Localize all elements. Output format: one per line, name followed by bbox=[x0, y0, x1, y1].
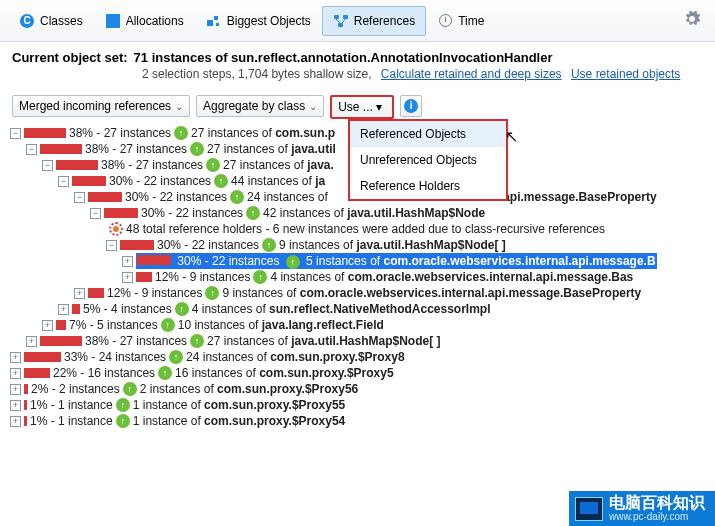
expand-icon[interactable]: + bbox=[74, 288, 85, 299]
combo-use[interactable]: Use ... ▾ bbox=[330, 95, 394, 119]
object-set-header: Current object set: 71 instances of sun.… bbox=[0, 42, 715, 85]
tab-references[interactable]: References bbox=[322, 6, 426, 36]
menu-item-referenced[interactable]: Referenced Objects bbox=[350, 121, 506, 147]
tab-allocations[interactable]: Allocations bbox=[94, 6, 195, 36]
tree-row: + 33% - 24 instances ↑ 24 instances of c… bbox=[10, 349, 711, 365]
selection-summary: 2 selection steps, 1,704 bytes shallow s… bbox=[142, 67, 371, 81]
recursive-icon bbox=[109, 222, 123, 236]
expand-icon[interactable]: + bbox=[58, 304, 69, 315]
tree-row: + 7% - 5 instances ↑ 10 instances of jav… bbox=[10, 317, 711, 333]
expand-icon[interactable]: + bbox=[26, 336, 37, 347]
svg-line-7 bbox=[342, 19, 345, 23]
tab-label: References bbox=[354, 14, 415, 28]
svg-rect-5 bbox=[338, 23, 343, 27]
menu-item-unreferenced[interactable]: Unreferenced Objects bbox=[350, 147, 506, 173]
watermark: 电脑百科知识 www.pc-daily.com bbox=[569, 491, 715, 526]
collapse-icon[interactable]: − bbox=[58, 176, 69, 187]
use-dropdown-menu: Referenced Objects Unreferenced Objects … bbox=[348, 119, 508, 201]
tree-row: + 22% - 16 instances ↑ 16 instances of c… bbox=[10, 365, 711, 381]
menu-item-holders[interactable]: Reference Holders bbox=[350, 173, 506, 199]
tab-classes[interactable]: C Classes bbox=[8, 6, 94, 36]
expand-icon[interactable]: + bbox=[42, 320, 53, 331]
tab-label: Time bbox=[458, 14, 484, 28]
link-use-retained[interactable]: Use retained objects bbox=[571, 67, 680, 81]
info-button[interactable]: i bbox=[400, 95, 422, 117]
biggest-icon bbox=[206, 13, 222, 29]
expand-icon[interactable]: + bbox=[10, 352, 21, 363]
expand-icon[interactable]: + bbox=[10, 368, 21, 379]
settings-gear-icon[interactable] bbox=[677, 4, 707, 37]
svg-rect-1 bbox=[214, 16, 218, 20]
expand-icon[interactable]: + bbox=[10, 416, 21, 427]
expand-icon[interactable]: + bbox=[10, 384, 21, 395]
tree-row: 48 total reference holders - 6 new insta… bbox=[10, 221, 711, 237]
tree-row: + 1% - 1 instance ↑ 1 instance of com.su… bbox=[10, 413, 711, 429]
tree-row: + 1% - 1 instance ↑ 1 instance of com.su… bbox=[10, 397, 711, 413]
tab-label: Classes bbox=[40, 14, 83, 28]
svg-rect-0 bbox=[207, 20, 213, 26]
watermark-icon bbox=[575, 497, 603, 521]
tree-row: − 30% - 22 instances ↑ 42 instances of j… bbox=[10, 205, 711, 221]
svg-rect-4 bbox=[343, 15, 348, 19]
expand-icon[interactable]: + bbox=[122, 256, 133, 267]
tab-label: Allocations bbox=[126, 14, 184, 28]
main-toolbar: C Classes Allocations Biggest Objects Re… bbox=[0, 0, 715, 42]
object-set-value: 71 instances of sun.reflect.annotation.A… bbox=[134, 50, 553, 65]
svg-rect-2 bbox=[216, 23, 219, 26]
collapse-icon[interactable]: − bbox=[90, 208, 101, 219]
tree-row: − 30% - 22 instances ↑ 9 instances of ja… bbox=[10, 237, 711, 253]
tab-label: Biggest Objects bbox=[227, 14, 311, 28]
tree-row: + 5% - 4 instances ↑ 4 instances of sun.… bbox=[10, 301, 711, 317]
tab-time[interactable]: Time bbox=[426, 6, 495, 36]
svg-line-6 bbox=[336, 19, 340, 23]
tree-row-selected: + 30% - 22 instances ↑ 5 instances of co… bbox=[10, 253, 711, 269]
watermark-url: www.pc-daily.com bbox=[609, 511, 705, 522]
info-icon: i bbox=[404, 99, 418, 113]
tree-row: + 12% - 9 instances ↑ 9 instances of com… bbox=[10, 285, 711, 301]
object-set-label: Current object set: bbox=[12, 50, 128, 65]
combo-aggregate[interactable]: Aggregate by class ⌄ bbox=[196, 95, 324, 117]
expand-icon[interactable]: + bbox=[10, 400, 21, 411]
tree-row: + 12% - 9 instances ↑ 4 instances of com… bbox=[10, 269, 711, 285]
tree-row: + 2% - 2 instances ↑ 2 instances of com.… bbox=[10, 381, 711, 397]
chevron-down-icon: ⌄ bbox=[309, 101, 317, 112]
allocations-icon bbox=[105, 13, 121, 29]
svg-rect-3 bbox=[334, 15, 339, 19]
collapse-icon[interactable]: − bbox=[42, 160, 53, 171]
chevron-down-icon: ⌄ bbox=[175, 101, 183, 112]
collapse-icon[interactable]: − bbox=[74, 192, 85, 203]
classes-icon: C bbox=[19, 13, 35, 29]
collapse-icon[interactable]: − bbox=[10, 128, 21, 139]
watermark-title: 电脑百科知识 bbox=[609, 495, 705, 511]
references-icon bbox=[333, 13, 349, 29]
tab-biggest-objects[interactable]: Biggest Objects bbox=[195, 6, 322, 36]
collapse-icon[interactable]: − bbox=[106, 240, 117, 251]
collapse-icon[interactable]: − bbox=[26, 144, 37, 155]
time-icon bbox=[437, 13, 453, 29]
up-arrow-icon: ↑ bbox=[174, 126, 188, 140]
controls-bar: Merged incoming references ⌄ Aggregate b… bbox=[0, 85, 715, 125]
combo-reference-mode[interactable]: Merged incoming references ⌄ bbox=[12, 95, 190, 117]
expand-icon[interactable]: + bbox=[122, 272, 133, 283]
link-calc-retained[interactable]: Calculate retained and deep sizes bbox=[381, 67, 562, 81]
tree-row: + 38% - 27 instances ↑ 27 instances of j… bbox=[10, 333, 711, 349]
